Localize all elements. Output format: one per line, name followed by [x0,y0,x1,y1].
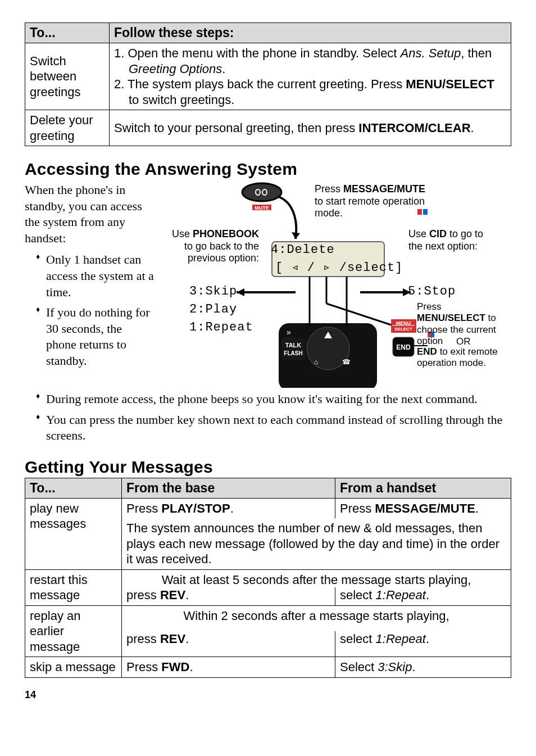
opt-stop: 5:Stop [408,284,456,299]
intro-text: When the phone's in standby, you can acc… [25,182,154,246]
cell-restart-base: press REV. [122,587,335,605]
svg-text:END: END [396,343,411,351]
th-to: To... [25,23,110,43]
cell-play-desc: The system announces the number of new &… [122,518,511,569]
annot-message-mute: Press MESSAGE/MUTE to start remote opera… [315,183,433,220]
svg-text:TALK: TALK [285,342,302,348]
cell-replay-base: press REV. [122,631,335,657]
cell-play-new: play new messages [25,498,122,569]
cell-restart: restart this message [25,569,122,605]
cell-switch-greetings: Switch between greetings [25,43,110,110]
heading-accessing: Accessing the Answering System [25,160,511,179]
messages-table: To... From the base From a handset play … [25,478,511,678]
svg-marker-5 [292,232,300,239]
cell-play-handset: Press MESSAGE/MUTE. [335,498,511,518]
th2-handset: From a handset [335,478,511,498]
bullet-number-key: You can press the number key shown next … [36,412,511,444]
svg-text:☎: ☎ [342,358,351,366]
opt-repeat: 1:Repeat [189,320,253,335]
bullet-beeps: During remote access, the phone beeps so… [36,391,511,408]
annot-phonebook: Use PHONEBOOK to go back to the previous… [161,228,259,265]
cell-replay: replay an earlier message [25,605,122,657]
annot-end: END to exit remote operation mode. [417,346,507,369]
svg-line-29 [326,304,391,325]
th-steps: Follow these steps: [110,23,511,43]
cell-delete-greeting: Delete your greeting [25,110,110,146]
remote-operation-figure: MUTE ⌂ ☎ TALK FLASH [164,180,511,388]
svg-text:⌂: ⌂ [314,358,318,366]
page-content: To... Follow these steps: Switch between… [0,0,536,707]
annot-cid: Use CID to go to the next option: [408,228,498,252]
cell-skip: skip a message [25,657,122,678]
cell-restart-span: Wait at least 5 seconds after the messag… [122,569,511,587]
cell-replay-span: Within 2 seconds after a message starts … [122,605,511,631]
cell-delete-steps: Switch to your personal greeting, then p… [110,110,511,146]
th2-to: To... [25,478,122,498]
svg-text:»: » [287,328,291,337]
lcd-line-2: [ ◃ / ▹ /select] [275,261,403,275]
th2-base: From the base [122,478,335,498]
page-number: 14 [25,689,511,701]
svg-text:FLASH: FLASH [284,350,302,356]
cell-play-base: Press PLAY/STOP. [122,498,335,518]
bullet-one-handset: Only 1 handset can access the system at … [36,252,154,300]
svg-text:MUTE: MUTE [255,205,269,211]
lcd-line-1: 4:Delete [271,243,335,257]
cell-restart-handset: select 1:Repeat. [335,587,511,605]
cell-skip-handset: Select 3:Skip. [335,657,511,678]
greetings-table: To... Follow these steps: Switch between… [25,22,511,146]
cell-replay-handset: select 1:Repeat. [335,631,511,657]
svg-marker-23 [237,288,244,296]
cell-switch-steps: 1. Open the menu with the phone in stand… [110,43,511,110]
opt-play: 2:Play [189,302,237,317]
bullet-timeout: If you do nothing for 30 seconds, the ph… [36,305,154,369]
opt-skip: 3:Skip [189,284,237,299]
svg-rect-12 [281,337,305,360]
svg-text:SELECT: SELECT [394,327,412,332]
cell-skip-base: Press FWD. [122,657,335,678]
heading-getting-messages: Getting Your Messages [25,458,511,477]
